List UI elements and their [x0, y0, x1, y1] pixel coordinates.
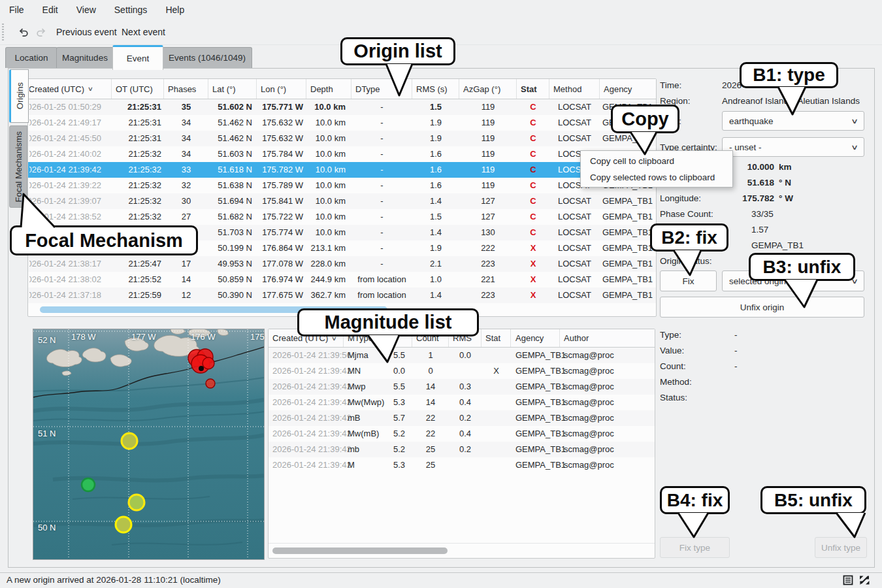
cell-count[interactable]: 14	[412, 379, 449, 395]
cell-azgap[interactable]: 119	[459, 178, 517, 193]
cell-lat[interactable]: 50.859 N	[208, 272, 257, 287]
cell-lat[interactable]: 51.602 N	[208, 99, 257, 115]
cell-created[interactable]: 2026-01-24 21:39:42	[269, 426, 344, 442]
cell-stat[interactable]	[482, 426, 511, 442]
cell-depth[interactable]: 362.7 km	[306, 287, 351, 303]
magnitude-row[interactable]: 2026-01-24 21:39:42 Mw(Mwp) 5.3 14 0.4 G…	[269, 395, 655, 410]
cell-author[interactable]: scmag@proc	[560, 379, 652, 395]
cell-lon[interactable]: 175.632 W	[257, 115, 306, 131]
cell-agency[interactable]: GEMPA_TB1	[600, 256, 655, 272]
cell-rms[interactable]: 1.6	[412, 178, 459, 193]
cell-mtype[interactable]: mb	[344, 442, 386, 457]
menu-settings[interactable]: Settings	[105, 0, 157, 20]
origin-row[interactable]: 2026-01-24 21:39:42 21:25:32 33 51.618 N…	[28, 162, 656, 178]
cell-depth[interactable]: 10.0 km	[306, 209, 351, 225]
cell-author[interactable]: scmag@proc	[560, 457, 652, 473]
cell-ot[interactable]: 21:25:47	[112, 256, 164, 272]
column-header-ot[interactable]: OT (UTC)	[112, 79, 164, 99]
cell-rms[interactable]: 0.2	[449, 410, 482, 426]
cell-lat[interactable]: 51.682 N	[208, 209, 257, 225]
cell-dtype[interactable]: -	[351, 256, 412, 272]
column-header-agency[interactable]: Agency	[600, 79, 655, 99]
cell-count[interactable]: 1	[412, 348, 449, 363]
origin-row[interactable]: 2026-01-24 21:39:07 21:25:32 30 51.694 N…	[28, 193, 656, 209]
cell-stat[interactable]: C	[517, 162, 549, 178]
cell-count[interactable]: 25	[412, 457, 449, 473]
cell-ot[interactable]: 21:25:31	[112, 99, 164, 115]
cell-lon[interactable]: 177.675 W	[257, 287, 306, 303]
cell-lon[interactable]: 175.774 W	[257, 225, 306, 240]
cell-lon[interactable]: 175.784 W	[257, 146, 306, 162]
cell-dtype[interactable]: -	[351, 162, 412, 178]
origin-marker-yellow[interactable]	[129, 495, 144, 510]
cell-dtype[interactable]: -	[351, 225, 412, 240]
cell-rms[interactable]: 0.4	[449, 395, 482, 410]
origin-row[interactable]: 2026-01-25 01:50:29 21:25:31 35 51.602 N…	[28, 99, 656, 115]
cell-method[interactable]: LOCSAT	[549, 256, 600, 272]
origin-row[interactable]: 2026-01-24 21:40:02 21:25:32 34 51.603 N…	[28, 146, 656, 162]
cell-dtype[interactable]: -	[351, 240, 412, 256]
cell-created[interactable]: 2026-01-24 21:39:07	[28, 193, 112, 209]
cell-stat[interactable]: C	[517, 146, 549, 162]
menu-item-copy-rows[interactable]: Copy selected rows to clipboard	[581, 169, 732, 186]
cell-author[interactable]: scmag@proc	[560, 442, 652, 457]
cell-lon[interactable]: 175.789 W	[257, 178, 306, 193]
cell-ot[interactable]: 21:25:32	[112, 162, 164, 178]
menu-file[interactable]: File	[0, 0, 33, 20]
cell-created[interactable]: 2026-01-24 21:49:17	[28, 115, 112, 131]
cell-dtype[interactable]: from location	[351, 287, 412, 303]
cell-ot[interactable]: 21:25:32	[112, 193, 164, 209]
cell-method[interactable]: LOCSAT	[549, 115, 600, 131]
previous-event-button[interactable]: Previous event	[52, 23, 121, 41]
next-event-button[interactable]: Next event	[118, 23, 169, 41]
cell-lon[interactable]: 175.632 W	[257, 131, 306, 146]
cell-agency[interactable]: GEMPA_TB1	[600, 272, 655, 287]
cell-rms[interactable]: 1.6	[412, 146, 459, 162]
cell-dtype[interactable]: -	[351, 209, 412, 225]
column-header-phases[interactable]: Phases	[164, 79, 208, 99]
menu-view[interactable]: View	[67, 0, 105, 20]
hscrollbar-thumb[interactable]	[272, 547, 448, 554]
cell-lon[interactable]: 175.722 W	[257, 209, 306, 225]
cell-created[interactable]: 2026-01-24 21:38:52	[28, 209, 112, 225]
cell-lat[interactable]: 51.603 N	[208, 146, 257, 162]
cell-azgap[interactable]: 119	[459, 115, 517, 131]
cell-azgap[interactable]: 223	[459, 256, 517, 272]
cell-author[interactable]: scmag@proc	[560, 395, 652, 410]
cell-azgap[interactable]: 221	[459, 272, 517, 287]
cell-stat[interactable]: C	[517, 99, 549, 115]
cell-rms[interactable]: 1.0	[412, 272, 459, 287]
cell-phases[interactable]: 35	[164, 99, 208, 115]
cell-method[interactable]: LOCSAT	[549, 193, 600, 209]
cell-created[interactable]: 2026-01-24 21:39:22	[28, 178, 112, 193]
undo-button[interactable]	[14, 23, 33, 41]
event-type-select[interactable]: earthquake∨	[722, 111, 864, 131]
cell-ot[interactable]: 21:25:32	[112, 209, 164, 225]
cell-stat[interactable]	[482, 442, 511, 457]
cell-stat[interactable]	[482, 379, 511, 395]
origin-row[interactable]: 2026-01-24 21:49:17 21:25:31 34 51.462 N…	[28, 115, 656, 131]
cell-method[interactable]: LOCSAT	[549, 240, 600, 256]
cell-created[interactable]: 2026-01-24 21:39:42	[269, 379, 344, 395]
cell-author[interactable]: scmag@proc	[560, 363, 652, 379]
magnitude-row[interactable]: 2026-01-24 21:39:42 Mw(mB) 5.2 22 0.4 GE…	[269, 426, 655, 442]
cell-mtype[interactable]: Mwp	[344, 379, 386, 395]
cell-created[interactable]: 2026-01-24 21:37:18	[28, 287, 112, 303]
cell-depth[interactable]: 10.0 km	[306, 178, 351, 193]
tab-magnitudes[interactable]: Magnitudes	[56, 47, 114, 68]
cell-phases[interactable]: 27	[164, 209, 208, 225]
cell-agency[interactable]: GEMPA_TB1	[511, 363, 560, 379]
magnitude-row[interactable]: 2026-01-24 21:39:42 mb 5.2 25 0.2 GEMPA_…	[269, 442, 655, 457]
cell-ot[interactable]: 21:25:31	[112, 131, 164, 146]
magnitude-table-hscrollbar[interactable]	[270, 545, 652, 557]
cell-depth[interactable]: 213.1 km	[306, 240, 351, 256]
cell-stat[interactable]: C	[517, 193, 549, 209]
connection-status-icon[interactable]	[859, 575, 870, 585]
cell-agency[interactable]: GEMPA_TB1	[511, 442, 560, 457]
cell-agency[interactable]: GEMPA_TB1	[600, 225, 655, 240]
cell-rms[interactable]: 0.0	[449, 348, 482, 363]
cell-lon[interactable]: 175.771 W	[257, 99, 306, 115]
magnitude-row[interactable]: 2026-01-24 21:39:42 M 5.3 25 GEMPA_TB1 s…	[269, 457, 655, 473]
cell-phases[interactable]: 14	[164, 272, 208, 287]
column-header-lat[interactable]: Lat (°)	[208, 79, 257, 99]
